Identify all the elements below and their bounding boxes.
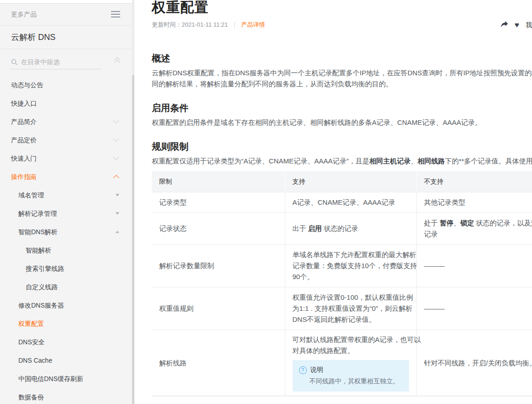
sidebar-item[interactable]: 中国电信DNS缓存刷新 [0, 370, 132, 388]
table-header-cell: 支持 [285, 171, 416, 192]
text-line: 处于 暂停、锁定 状态的记录，以及泛解析 [424, 218, 532, 229]
sidebar-item-label: 动态与公告 [11, 81, 43, 89]
text-segment: 下的**多个记录值。具体使用规则如下： [445, 157, 532, 165]
hamburger-menu-icon[interactable] [111, 11, 120, 19]
sidebar-item[interactable]: 数据备份 [0, 388, 132, 404]
sidebar-item-label: 快捷入口 [11, 100, 37, 107]
sidebar-item[interactable]: 智能DNS解析 [0, 223, 132, 241]
sidebar-item[interactable]: DNS Cache [0, 351, 132, 370]
note-header: ?说明 [299, 365, 403, 375]
sidebar-item-label: 产品简介 [11, 118, 37, 125]
text-segment: 权重配置的启用条件是域名下存在相同的主机记录、相同解析线路的多条A记录、CNAM… [152, 118, 482, 126]
sidebar-item[interactable]: 产品简介 [0, 112, 132, 131]
product-detail-link[interactable]: 产品详情 [241, 21, 265, 29]
table-cell-unsupport: 其他记录类型 [416, 192, 532, 213]
sidebar-item[interactable]: DNS安全 [0, 333, 132, 351]
chevron-down-icon [113, 136, 119, 142]
sidebar-item[interactable]: 解析记录管理 [0, 204, 132, 223]
text-line: 可对默认线路配置带权重的A记录，也可以 [293, 334, 409, 345]
sidebar-item-label: 智能DNS解析 [18, 228, 58, 236]
sidebar-item-label: 智能解析 [26, 247, 51, 254]
text-line: 记录数量：免费版支持10个，付费版支持 [293, 260, 409, 271]
table-cell-unsupport: 针对不同线路，开启/关闭负载均衡。 [416, 330, 532, 396]
table-cell-support: 权重值允许设置0-100，默认权重值比例为1:1 . 支持权重值设置为“0”，则… [285, 287, 416, 330]
text-segment: 权重值允许设置0-100，默认权重值比例 [293, 293, 413, 301]
text-line: 权重配置仅适用于记录类型为“A记录、CNAME记录、AAAA记录”，且是相同主机… [152, 156, 532, 167]
chevron-tri-down-icon [116, 194, 119, 196]
table-cell-support: 单域名单线路下允许配置权重的最大解析记录数量：免费版支持10个，付费版支持90个… [285, 245, 416, 287]
sidebar-item-label: 解析记录管理 [18, 210, 57, 217]
text-segment: 相同线路 [417, 157, 445, 165]
paragraph: 权重配置的启用条件是域名下存在相同的主机记录、相同解析线路的多条A记录、CNAM… [152, 117, 532, 128]
sidebar-item[interactable]: 修改DNS服务器 [0, 296, 132, 314]
limits-table: 限制支持不支持记录类型A记录、CNAME记录、AAAA记录其他记录类型记录状态出… [152, 171, 532, 396]
chevron-up-icon [113, 175, 119, 181]
collapse-toc-icon[interactable] [115, 57, 120, 64]
page-title: 权重配置 [152, 0, 532, 17]
sidebar-item[interactable]: 智能解析 [0, 241, 132, 259]
text-segment: 解析记录数量限制 [159, 262, 214, 269]
chevron-down-icon [113, 154, 119, 160]
text-segment: 可对默认线路配置带权重的A记录，也可以 [293, 336, 421, 343]
updated-time: 更新时间：2021-01-11 11:21 [152, 21, 228, 29]
text-line: 对具体的线路配置。 [293, 345, 409, 356]
text-line: 云解析DNS权重配置，指在DNS服务器中为同一个主机记录配置多个IP地址，在应答… [152, 67, 532, 79]
note-title: 说明 [310, 366, 323, 374]
chevron-tri-up-icon [116, 231, 119, 233]
sidebar-item-label: 修改DNS服务器 [18, 302, 64, 309]
table-cell-limit: 解析线路 [152, 330, 285, 396]
table-cell-unsupport: ——— [416, 245, 532, 287]
text-line: ——— [424, 303, 532, 314]
user-menu[interactable]: 我 [526, 21, 532, 29]
table-cell-support: A记录、CNAME记录、AAAA记录 [285, 192, 416, 213]
text-line: 其他记录类型 [424, 197, 532, 208]
text-line: 同的解析结果，将解析流量分配到不同的服务器上，从而达到负载均衡的目的。 [152, 79, 532, 90]
text-segment: 启用 [308, 224, 322, 232]
text-line: 权重配置的启用条件是域名下存在相同的主机记录、相同解析线路的多条A记录、CNAM… [152, 117, 532, 128]
note-text: 不同线路中，其权重相互独立。 [310, 376, 403, 386]
text-line: 解析记录数量限制 [159, 260, 277, 271]
main-content: ♥ 我 权重配置 更新时间：2021-01-11 11:21 产品详情 概述云解… [134, 0, 532, 404]
toc-search-input[interactable] [10, 55, 102, 69]
sidebar-item[interactable]: 操作指南 [0, 168, 132, 186]
table-cell-limit: 记录状态 [152, 213, 285, 245]
table-header-cell: 不支持 [416, 171, 532, 192]
sidebar-item-label: 产品定价 [11, 136, 37, 144]
section-heading: 概述 [152, 53, 532, 64]
sidebar-item[interactable]: 域名管理 [0, 186, 132, 204]
sidebar-item[interactable]: 动态与公告 [0, 76, 132, 94]
text-segment: 解析线路 [159, 359, 187, 367]
text-line: 单域名单线路下允许配置权重的最大解析 [293, 249, 409, 260]
text-segment: 、 [410, 157, 417, 165]
table-row: 解析记录数量限制单域名单线路下允许配置权重的最大解析记录数量：免费版支持10个，… [152, 245, 532, 287]
product-title: 云解析 DNS [0, 26, 132, 49]
text-segment: 出于 [293, 224, 308, 232]
sidebar-item-label: 快速入门 [11, 155, 37, 162]
sidebar-item-label: 权重配置 [18, 320, 44, 327]
question-circle-icon: ? [299, 366, 307, 374]
table-cell-support: 出于 启用 状态的记录 [285, 213, 416, 245]
sidebar-item[interactable]: 快速入门 [0, 149, 132, 168]
sidebar-item-label: 数据备份 [18, 393, 44, 401]
sidebar-item-label: DNS安全 [18, 338, 45, 346]
text-line: DNS不返回此解析记录值。 [293, 314, 409, 325]
table-row: 解析线路可对默认线路配置带权重的A记录，也可以对具体的线路配置。?说明不同线路中… [152, 330, 532, 396]
sidebar-item[interactable]: 自定义线路 [0, 278, 132, 296]
table-cell-limit: 解析记录数量限制 [152, 245, 285, 287]
text-segment: ——— [424, 304, 445, 312]
paragraph: 云解析DNS权重配置，指在DNS服务器中为同一个主机记录配置多个IP地址，在应答… [152, 67, 532, 90]
favorite-heart-icon[interactable]: ♥ [515, 21, 519, 29]
sidebar-item[interactable]: 权重配置 [0, 314, 132, 333]
text-line: 为1:1 . 支持权重值设置为“0”，则云解析 [293, 303, 409, 314]
sidebar-item[interactable]: 快捷入口 [0, 94, 132, 112]
text-segment: 记录状态 [159, 224, 187, 232]
sidebar-item[interactable]: 产品定价 [0, 131, 132, 149]
sidebar-item-label: 自定义线路 [26, 283, 58, 291]
sidebar-item[interactable]: 搜索引擎线路 [0, 259, 132, 278]
text-segment: 云解析DNS权重配置，指在DNS服务器中为同一个主机记录配置多个IP地址，在应答… [152, 69, 532, 77]
text-segment: 、 [454, 219, 460, 227]
text-line: 90个。 [293, 271, 409, 282]
share-icon[interactable] [500, 21, 508, 29]
sidebar-topbar: 更多产品 [0, 4, 132, 26]
text-line: ——— [424, 260, 532, 271]
